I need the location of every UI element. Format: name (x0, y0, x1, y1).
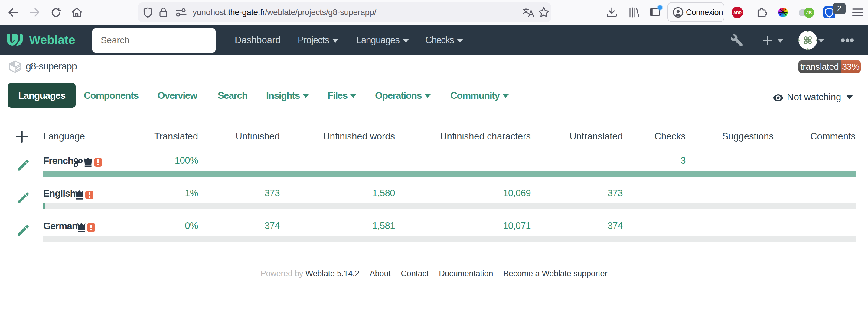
svg-text:ABP: ABP (733, 10, 741, 15)
